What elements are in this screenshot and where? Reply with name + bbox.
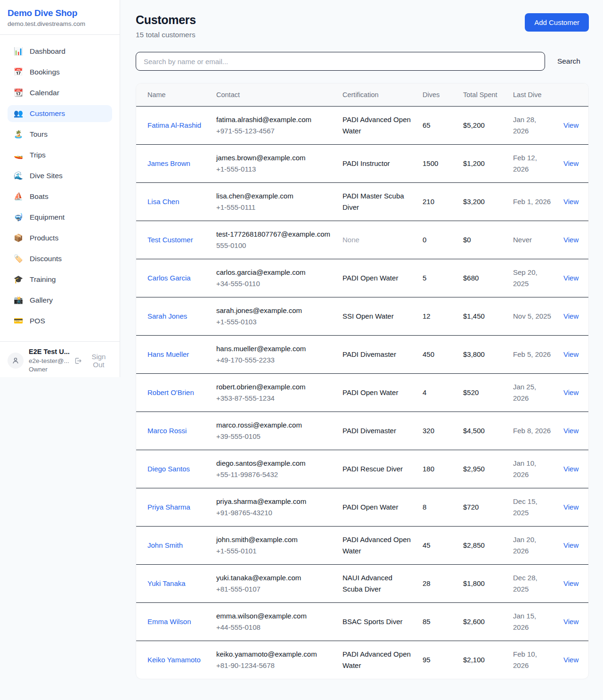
sidebar-item-label: Bookings — [30, 68, 60, 76]
customer-dives: 95 — [417, 641, 457, 679]
page-title: Customers — [136, 13, 196, 27]
customer-name-link[interactable]: Sarah Jones — [147, 312, 187, 320]
col-header-last-dive: Last Dive — [507, 83, 558, 107]
people-icon: 👥 — [13, 109, 24, 118]
customer-dives: 4 — [417, 374, 457, 412]
customer-phone: +39-555-0105 — [216, 431, 331, 442]
col-header-total-spent: Total Spent — [457, 83, 507, 107]
add-customer-button[interactable]: Add Customer — [525, 13, 589, 32]
user-name: E2E Test U... — [29, 347, 69, 357]
camera-flash-icon: 📸 — [13, 296, 24, 305]
view-customer-link[interactable]: View — [563, 350, 579, 358]
customer-certification: PADI Master Scuba Diver — [337, 183, 417, 221]
sidebar-item-trips[interactable]: 🚤 Trips — [8, 147, 112, 164]
customer-name-link[interactable]: Priya Sharma — [147, 503, 190, 511]
sidebar-item-label: Dashboard — [30, 47, 65, 56]
view-customer-link[interactable]: View — [563, 465, 579, 473]
sidebar-item-pos[interactable]: 💳 POS — [8, 313, 112, 329]
sidebar-item-dive-sites[interactable]: 🌊 Dive Sites — [8, 167, 112, 184]
customers-table-body: Fatima Al-Rashid fatima.alrashid@example… — [136, 107, 588, 679]
view-customer-link[interactable]: View — [563, 159, 579, 167]
customer-name-link[interactable]: John Smith — [147, 541, 183, 549]
col-header-name: Name — [136, 83, 211, 107]
table-row: Fatima Al-Rashid fatima.alrashid@example… — [136, 107, 588, 145]
customer-last-dive: Dec 28, 2025 — [507, 565, 558, 603]
view-customer-link[interactable]: View — [563, 388, 579, 396]
search-button[interactable]: Search — [557, 57, 580, 66]
customer-count: 15 total customers — [136, 31, 196, 39]
customer-phone: +91-98765-43210 — [216, 507, 331, 519]
customer-certification: NAUI Advanced Scuba Diver — [337, 565, 417, 603]
sidebar-nav: 📊 Dashboard 📅 Bookings 📆 Calendar 👥 Cust… — [0, 35, 120, 341]
customer-name-link[interactable]: Yuki Tanaka — [147, 579, 186, 587]
customer-phone: +81-90-1234-5678 — [216, 660, 331, 671]
sidebar-item-training[interactable]: 🎓 Training — [8, 271, 112, 288]
customer-certification: PADI Advanced Open Water — [337, 527, 417, 565]
view-customer-link[interactable]: View — [563, 656, 579, 664]
tear-off-calendar-icon: 📆 — [13, 88, 24, 98]
sidebar-item-tours[interactable]: 🏝️ Tours — [8, 126, 112, 143]
search-input[interactable] — [136, 52, 545, 71]
customer-last-dive: Jan 20, 2026 — [507, 527, 558, 565]
page-title-block: Customers 15 total customers — [136, 13, 196, 39]
view-customer-link[interactable]: View — [563, 541, 579, 549]
sign-out-button[interactable]: Sign Out — [74, 353, 112, 369]
sidebar-item-bookings[interactable]: 📅 Bookings — [8, 64, 112, 81]
customer-name-link[interactable]: Keiko Yamamoto — [147, 656, 201, 664]
customer-total-spent: $2,100 — [457, 641, 507, 679]
view-customer-link[interactable]: View — [563, 579, 579, 587]
sidebar-item-equipment[interactable]: 🤿 Equipment — [8, 209, 112, 226]
view-customer-link[interactable]: View — [563, 427, 579, 435]
customer-certification: BSAC Sports Diver — [337, 603, 417, 641]
user-icon — [11, 356, 20, 365]
customer-email: james.brown@example.com — [216, 152, 331, 164]
sidebar-item-products[interactable]: 📦 Products — [8, 230, 112, 247]
view-customer-link[interactable]: View — [563, 121, 579, 129]
view-customer-link[interactable]: View — [563, 274, 579, 282]
customer-email: hans.mueller@example.com — [216, 343, 331, 354]
table-row: Test Customer test-1772681807767@example… — [136, 221, 588, 259]
customer-name-link[interactable]: Test Customer — [147, 236, 193, 244]
table-row: John Smith john.smith@example.com +1-555… — [136, 527, 588, 565]
sidebar-item-gallery[interactable]: 📸 Gallery — [8, 292, 112, 309]
view-customer-link[interactable]: View — [563, 503, 579, 511]
table-row: Sarah Jones sarah.jones@example.com +1-5… — [136, 297, 588, 336]
customer-name-link[interactable]: Robert O'Brien — [147, 388, 194, 396]
user-section: E2E Test U... e2e-tester@... Owner Sign … — [0, 341, 120, 380]
credit-card-icon: 💳 — [13, 316, 24, 326]
customer-name-link[interactable]: Carlos Garcia — [147, 274, 191, 282]
customer-name-link[interactable]: James Brown — [147, 159, 190, 167]
sidebar-item-label: Customers — [30, 109, 65, 118]
sidebar-item-customers[interactable]: 👥 Customers — [8, 105, 112, 122]
customer-total-spent: $1,800 — [457, 565, 507, 603]
package-icon: 📦 — [13, 233, 24, 243]
customers-table-card: Name Contact Certification Dives Total S… — [136, 83, 589, 679]
customer-dives: 0 — [417, 221, 457, 259]
customer-last-dive: Feb 12, 2026 — [507, 145, 558, 183]
sailboat-icon: ⛵ — [13, 192, 24, 201]
sidebar-item-boats[interactable]: ⛵ Boats — [8, 188, 112, 205]
wave-icon: 🌊 — [13, 171, 24, 181]
customer-name-link[interactable]: Emma Wilson — [147, 618, 191, 626]
table-row: Diego Santos diego.santos@example.com +5… — [136, 450, 588, 488]
customer-name-link[interactable]: Diego Santos — [147, 465, 190, 473]
table-row: Hans Mueller hans.mueller@example.com +4… — [136, 336, 588, 374]
customer-certification: PADI Divemaster — [337, 412, 417, 450]
customer-dives: 180 — [417, 450, 457, 488]
customer-name-link[interactable]: Hans Mueller — [147, 350, 189, 358]
view-customer-link[interactable]: View — [563, 198, 579, 206]
sidebar-item-label: Boats — [30, 192, 49, 201]
sidebar-item-calendar[interactable]: 📆 Calendar — [8, 84, 112, 101]
customer-name-link[interactable]: Fatima Al-Rashid — [147, 121, 201, 129]
customer-certification: PADI Divemaster — [337, 336, 417, 374]
label-tag-icon: 🏷️ — [13, 254, 24, 264]
sidebar-item-discounts[interactable]: 🏷️ Discounts — [8, 250, 112, 267]
table-header-row: Name Contact Certification Dives Total S… — [136, 83, 588, 107]
view-customer-link[interactable]: View — [563, 312, 579, 320]
sidebar-item-dashboard[interactable]: 📊 Dashboard — [8, 43, 112, 60]
customer-certification: PADI Open Water — [337, 488, 417, 527]
customer-name-link[interactable]: Lisa Chen — [147, 198, 179, 206]
view-customer-link[interactable]: View — [563, 618, 579, 626]
customer-name-link[interactable]: Marco Rossi — [147, 427, 187, 435]
view-customer-link[interactable]: View — [563, 236, 579, 244]
